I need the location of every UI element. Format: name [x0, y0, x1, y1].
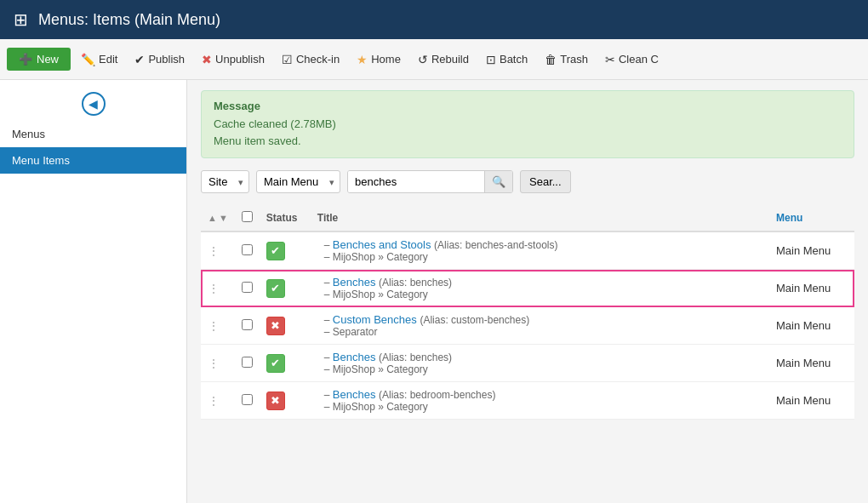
- title-alias: (Alias: benches-and-stools): [434, 239, 557, 251]
- title-cell: – Benches (Alias: benches) – MijoShop » …: [311, 345, 769, 382]
- search-text-button[interactable]: Sear...: [520, 170, 571, 193]
- item-meta: – Separator: [324, 326, 762, 338]
- table-row: ⋮ ✔ – Benches (Alias: benches) – MijoSho…: [201, 270, 854, 307]
- sidebar-item-menu-items[interactable]: Menu Items: [0, 147, 186, 174]
- status-cell: ✖: [260, 307, 311, 345]
- edit-label: Edit: [99, 53, 117, 66]
- table-header-row: ▲ ▼ Status Title Menu: [201, 205, 854, 231]
- checkbox-cell: [235, 270, 260, 307]
- status-icon[interactable]: ✖: [266, 317, 285, 335]
- title-cell: – Benches (Alias: benches) – MijoShop » …: [311, 270, 769, 307]
- title-dash: –: [324, 389, 333, 401]
- message-title: Message: [214, 100, 842, 112]
- row-checkbox[interactable]: [242, 282, 253, 293]
- title-alias: (Alias: custom-benches): [420, 314, 529, 326]
- title-line: – Benches (Alias: bedroom-benches): [317, 388, 762, 401]
- star-icon: ★: [357, 53, 368, 66]
- menu-cell: Main Menu: [769, 307, 854, 345]
- title-dash: –: [324, 352, 333, 363]
- menu-value: Main Menu: [776, 319, 831, 332]
- title-cell: – Benches and Stools (Alias: benches-and…: [311, 231, 769, 270]
- checkbox-cell: [235, 382, 260, 420]
- new-button[interactable]: ➕ New: [7, 48, 71, 71]
- item-title-link[interactable]: Benches: [333, 276, 376, 289]
- menu-cell: Main Menu: [769, 382, 854, 420]
- rebuild-label: Rebuild: [431, 53, 469, 66]
- page-title: Menus: Items (Main Menu): [38, 11, 220, 29]
- home-button[interactable]: ★ Home: [350, 49, 408, 71]
- checkin-icon: ☑: [282, 53, 293, 66]
- unpublish-button[interactable]: ✖ Unpublish: [195, 49, 271, 71]
- site-select[interactable]: Site: [201, 170, 249, 193]
- sort-up-icon[interactable]: ▲: [208, 213, 217, 223]
- sidebar: ◀ Menus Menu Items: [0, 80, 187, 503]
- trash-icon: 🗑: [545, 53, 557, 66]
- edit-icon: ✏️: [81, 53, 95, 66]
- search-button[interactable]: 🔍: [484, 171, 512, 192]
- drag-cell: ⋮: [201, 307, 235, 345]
- sidebar-menu-items-label: Menu Items: [12, 154, 70, 167]
- batch-label: Batch: [500, 53, 528, 66]
- row-checkbox[interactable]: [242, 394, 253, 405]
- status-icon[interactable]: ✔: [266, 354, 285, 373]
- checkin-button[interactable]: ☑ Check-in: [275, 49, 346, 71]
- title-dash: –: [324, 239, 333, 251]
- status-cell: ✔: [260, 345, 311, 382]
- status-icon[interactable]: ✔: [266, 242, 285, 260]
- table-row: ⋮ ✖ – Custom Benches (Alias: custom-benc…: [201, 307, 854, 345]
- status-icon[interactable]: ✖: [266, 392, 285, 410]
- title-alias: (Alias: benches): [379, 352, 452, 363]
- title-line: – Benches (Alias: benches): [317, 276, 762, 289]
- drag-handle[interactable]: ⋮: [208, 282, 220, 295]
- item-meta: – MijoShop » Category: [324, 401, 762, 413]
- select-all-checkbox[interactable]: [242, 211, 253, 222]
- row-checkbox[interactable]: [242, 244, 253, 255]
- item-title-link[interactable]: Custom Benches: [333, 313, 417, 326]
- unpublish-icon: ✖: [202, 53, 212, 66]
- publish-button[interactable]: ✔ Publish: [128, 49, 191, 71]
- status-cell: ✔: [260, 270, 311, 307]
- drag-handle[interactable]: ⋮: [208, 394, 220, 408]
- sort-down-icon[interactable]: ▼: [219, 213, 228, 223]
- publish-icon: ✔: [134, 53, 145, 66]
- th-status: Status: [260, 205, 311, 231]
- search-input[interactable]: [348, 171, 484, 192]
- status-icon[interactable]: ✔: [266, 279, 285, 298]
- main-layout: ◀ Menus Menu Items Message Cache cleaned…: [0, 80, 868, 503]
- message-box: Message Cache cleaned (2.78MB) Menu item…: [201, 90, 854, 158]
- menu-header-label: Menu: [776, 212, 802, 224]
- item-title-link[interactable]: Benches: [333, 388, 376, 401]
- clean-button[interactable]: ✂ Clean C: [598, 49, 665, 71]
- drag-handle[interactable]: ⋮: [208, 319, 220, 333]
- rebuild-button[interactable]: ↺ Rebuild: [411, 49, 476, 71]
- toolbar: ➕ New ✏️ Edit ✔ Publish ✖ Unpublish ☑ Ch…: [0, 39, 868, 80]
- th-sort-arrows: ▲ ▼: [201, 205, 235, 231]
- drag-handle[interactable]: ⋮: [208, 357, 220, 370]
- rebuild-icon: ↺: [418, 53, 428, 66]
- drag-handle[interactable]: ⋮: [208, 244, 220, 258]
- message-body: Cache cleaned (2.78MB) Menu item saved.: [214, 116, 842, 149]
- item-title-link[interactable]: Benches: [333, 351, 376, 363]
- sidebar-item-menus[interactable]: Menus: [0, 121, 186, 147]
- menu-value: Main Menu: [776, 357, 831, 369]
- back-button[interactable]: ◀: [82, 92, 106, 116]
- th-title: Title: [311, 205, 769, 231]
- th-checkbox: [235, 205, 260, 231]
- title-cell: – Custom Benches (Alias: custom-benches)…: [311, 307, 769, 345]
- content-area: Message Cache cleaned (2.78MB) Menu item…: [187, 80, 868, 503]
- menu-cell: Main Menu: [769, 231, 854, 270]
- edit-button[interactable]: ✏️ Edit: [74, 49, 124, 71]
- drag-cell: ⋮: [201, 345, 235, 382]
- top-header: ⊞ Menus: Items (Main Menu): [0, 0, 868, 39]
- title-line: – Benches and Stools (Alias: benches-and…: [317, 238, 762, 251]
- batch-button[interactable]: ⊡ Batch: [479, 49, 534, 71]
- table-row: ⋮ ✔ – Benches and Stools (Alias: benches…: [201, 231, 854, 270]
- sidebar-back: ◀: [0, 87, 186, 121]
- row-checkbox[interactable]: [242, 357, 253, 368]
- row-checkbox[interactable]: [242, 319, 253, 330]
- trash-button[interactable]: 🗑 Trash: [538, 49, 595, 71]
- item-title-link[interactable]: Benches and Stools: [333, 238, 431, 251]
- table-row: ⋮ ✔ – Benches (Alias: benches) – MijoSho…: [201, 345, 854, 382]
- menu-select[interactable]: Main Menu: [256, 170, 340, 193]
- batch-icon: ⊡: [486, 53, 496, 66]
